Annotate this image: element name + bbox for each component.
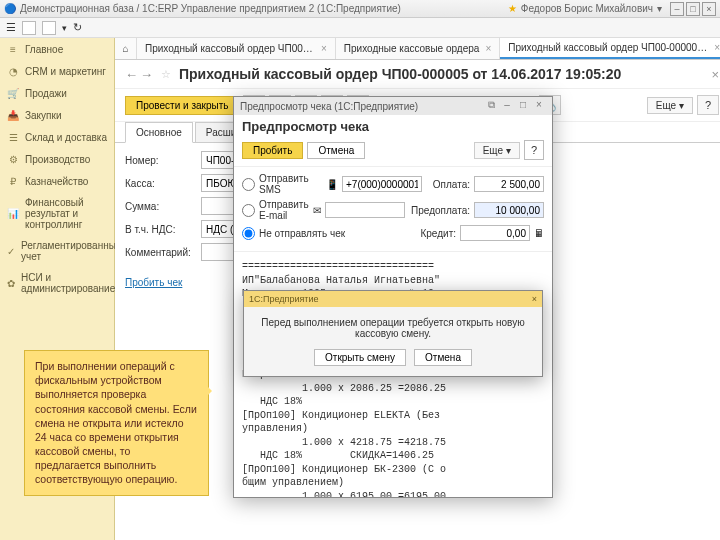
prepay-label: Предоплата: (411, 205, 470, 216)
sidebar-item-treasury[interactable]: ₽Казначейство (0, 170, 114, 192)
sidebar-item-label: Главное (25, 44, 63, 55)
minimize-button[interactable]: – (670, 2, 684, 16)
dropdown-icon: ▾ (657, 3, 662, 14)
document-tabs: ⌂ Приходный кассовый ордер ЧП00-000001 о… (115, 38, 720, 60)
sms-phone-field[interactable] (342, 176, 422, 192)
open-shift-button[interactable]: Открыть смену (314, 349, 406, 366)
maximize-button[interactable]: □ (686, 2, 700, 16)
close-tab-icon[interactable]: × (485, 43, 491, 54)
user-block[interactable]: ★ Федоров Борис Михайлович ▾ (508, 3, 662, 14)
sidebar-item-label: Склад и доставка (25, 132, 107, 143)
modal-titlebar: Предпросмотр чека (1С:Предприятие) ⧉ – □… (234, 97, 552, 115)
sidebar-item-regulated[interactable]: ✓Регламентированный учет (0, 235, 114, 267)
treasury-icon: ₽ (7, 175, 19, 187)
punch-receipt-link[interactable]: Пробить чек (125, 277, 182, 288)
credit-amount-field[interactable] (460, 225, 530, 241)
finance-icon: 📊 (7, 208, 19, 220)
tool-icon-2[interactable] (42, 21, 56, 35)
prepay-amount-field[interactable] (474, 202, 544, 218)
show-start-page[interactable]: ⌂ (115, 38, 137, 59)
document-title: Приходный кассовый ордер ЧП00-000005 от … (179, 66, 621, 82)
close-document-icon[interactable]: × (711, 67, 719, 82)
sms-label: Отправить SMS (259, 173, 322, 195)
cancel-preview-button[interactable]: Отмена (307, 142, 365, 159)
tool-icon-1[interactable] (22, 21, 36, 35)
modal-minimize-icon[interactable]: – (500, 99, 514, 113)
pay-amount-field[interactable] (474, 176, 544, 192)
kassa-label: Касса: (125, 178, 195, 189)
sidebar-item-label: Финансовый результат и контроллинг (25, 197, 107, 230)
back-icon[interactable]: ← (125, 67, 138, 82)
tab-label: Приходные кассовые ордера (344, 43, 480, 54)
modal-maximize-icon[interactable]: □ (516, 99, 530, 113)
confirm-dialog: 1С:Предприятие× Перед выполнением операц… (243, 290, 543, 377)
sidebar-item-label: Производство (25, 154, 90, 165)
forward-icon[interactable]: → (140, 67, 153, 82)
confirm-message: Перед выполнением операции требуется отк… (244, 307, 542, 349)
dropdown-icon[interactable]: ▾ (62, 23, 67, 33)
post-and-close-button[interactable]: Провести и закрыть (125, 96, 239, 115)
none-label: Не отправлять чек (259, 228, 345, 239)
email-field[interactable] (325, 202, 405, 218)
close-tab-icon[interactable]: × (321, 43, 327, 54)
purchase-icon: 📥 (7, 109, 19, 121)
send-options: Отправить SMS 📱 Оплата: Отправить E-mail… (234, 167, 552, 252)
sidebar-item-label: Казначейство (25, 176, 88, 187)
menu-icon[interactable]: ☰ (6, 21, 16, 34)
credit-label: Кредит: (420, 228, 456, 239)
button-label: Еще (483, 145, 503, 156)
phone-icon: 📱 (326, 179, 338, 190)
send-sms-radio[interactable] (242, 178, 255, 191)
tab-label: Приходный кассовый ордер ЧП00-000001 от … (145, 43, 315, 54)
close-tab-icon[interactable]: × (714, 42, 720, 53)
number-label: Номер: (125, 155, 195, 166)
calc-icon[interactable]: 🖩 (534, 228, 544, 239)
send-email-radio[interactable] (242, 204, 255, 217)
preview-more-button[interactable]: Еще ▾ (474, 142, 520, 159)
production-icon: ⚙ (7, 153, 19, 165)
more-button[interactable]: Еще ▾ (647, 97, 693, 114)
modal-tool-icon[interactable]: ⧉ (484, 99, 498, 113)
tab-list[interactable]: Приходные кассовые ордера× (336, 38, 500, 59)
vat-label: В т.ч. НДС: (125, 224, 195, 235)
sidebar-item-label: Регламентированный учет (21, 240, 121, 262)
sidebar-item-finance[interactable]: 📊Финансовый результат и контроллинг (0, 192, 114, 235)
modal-close-icon[interactable]: × (532, 99, 546, 113)
sidebar-item-admin[interactable]: ✿НСИ и администрирование (0, 267, 114, 299)
preview-heading: Предпросмотр чека (242, 119, 544, 134)
send-none-radio[interactable] (242, 227, 255, 240)
refresh-icon[interactable]: ↻ (73, 21, 82, 34)
sidebar-item-label: CRM и маркетинг (25, 66, 106, 77)
check-icon: ✓ (7, 245, 15, 257)
sidebar-item-sales[interactable]: 🛒Продажи (0, 82, 114, 104)
tab-label: Приходный кассовый ордер ЧП00-000005 от … (508, 42, 708, 53)
confirm-title: 1С:Предприятие (249, 294, 318, 304)
home-icon: ≡ (7, 43, 19, 55)
sidebar-item-label: Продажи (25, 88, 67, 99)
punch-button[interactable]: Пробить (242, 142, 303, 159)
gear-icon: ✿ (7, 277, 15, 289)
app-logo: 🔵 (4, 3, 16, 14)
tab-doc-1[interactable]: Приходный кассовый ордер ЧП00-000001 от … (137, 38, 336, 59)
favorite-icon[interactable]: ☆ (161, 68, 171, 81)
tab-doc-current[interactable]: Приходный кассовый ордер ЧП00-000005 от … (500, 38, 720, 59)
sidebar-item-purchases[interactable]: 📥Закупки (0, 104, 114, 126)
help-button[interactable]: ? (697, 95, 719, 115)
crm-icon: ◔ (7, 65, 19, 77)
sidebar-item-crm[interactable]: ◔CRM и маркетинг (0, 60, 114, 82)
close-button[interactable]: × (702, 2, 716, 16)
app-titlebar: 🔵 Демонстрационная база / 1C:ERP Управле… (0, 0, 720, 18)
app-title: Демонстрационная база / 1C:ERP Управлени… (20, 3, 401, 14)
subtab-main[interactable]: Основное (125, 122, 193, 143)
preview-help-button[interactable]: ? (524, 140, 544, 160)
button-label: Еще (656, 100, 676, 111)
confirm-close-icon[interactable]: × (532, 294, 537, 304)
comment-label: Комментарий: (125, 247, 195, 258)
sidebar-item-production[interactable]: ⚙Производство (0, 148, 114, 170)
warehouse-icon: ☰ (7, 131, 19, 143)
annotation-callout: При выполнении операций с фискальным уст… (24, 350, 209, 496)
system-toolbar: ☰ ▾ ↻ (0, 18, 720, 38)
sidebar-item-main[interactable]: ≡Главное (0, 38, 114, 60)
confirm-cancel-button[interactable]: Отмена (414, 349, 472, 366)
sidebar-item-warehouse[interactable]: ☰Склад и доставка (0, 126, 114, 148)
